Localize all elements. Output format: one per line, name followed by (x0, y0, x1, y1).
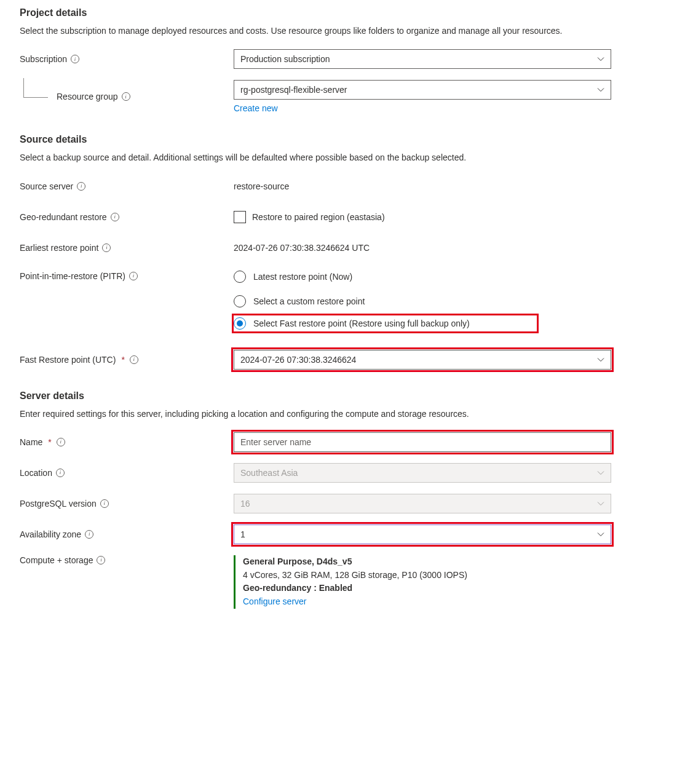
source-server-value: restore-source (234, 181, 289, 191)
resource-group-label: Resource group i (20, 92, 234, 101)
source-details-heading: Source details (20, 134, 657, 145)
resource-group-select[interactable]: rg-postgresql-flexible-server (234, 80, 611, 100)
chevron-down-icon (597, 357, 604, 362)
fast-restore-label: Fast Restore point (UTC) * i (20, 355, 234, 365)
server-details-heading: Server details (20, 390, 657, 402)
subscription-select[interactable]: Production subscription (234, 49, 611, 69)
chevron-down-icon (597, 470, 604, 475)
fast-restore-select[interactable]: 2024-07-26 07:30:38.3246624 (234, 350, 611, 370)
info-icon[interactable]: i (97, 556, 105, 564)
chevron-down-icon (597, 87, 604, 92)
pitr-option-fast[interactable]: Select Fast restore point (Restore using… (234, 315, 537, 331)
geo-redundant-checkbox[interactable] (234, 211, 246, 223)
location-label: Location i (20, 468, 234, 478)
info-icon[interactable]: i (71, 55, 79, 63)
chevron-down-icon (597, 501, 604, 506)
radio-icon (234, 295, 246, 307)
info-icon[interactable]: i (56, 469, 65, 477)
info-icon[interactable]: i (130, 355, 138, 364)
geo-redundant-checkbox-label: Restore to paired region (eastasia) (252, 212, 385, 222)
compute-geo: Geo-redundancy : Enabled (243, 582, 467, 595)
availability-zone-select[interactable]: 1 (234, 525, 611, 544)
source-server-label: Source server i (20, 181, 234, 191)
pg-version-select: 16 (234, 494, 611, 513)
info-icon[interactable]: i (77, 182, 85, 191)
location-select: Southeast Asia (234, 463, 611, 483)
info-icon[interactable]: i (57, 438, 65, 446)
info-icon[interactable]: i (85, 530, 93, 539)
compute-spec: 4 vCores, 32 GiB RAM, 128 GiB storage, P… (243, 569, 467, 582)
info-icon[interactable]: i (102, 244, 111, 252)
project-details-desc: Select the subscription to manage deploy… (20, 25, 610, 37)
pitr-option-custom[interactable]: Select a custom restore point (234, 293, 365, 309)
info-icon[interactable]: i (129, 272, 138, 280)
subscription-label: Subscription i (20, 54, 234, 64)
compute-storage-label: Compute + storage i (20, 555, 234, 565)
configure-server-link[interactable]: Configure server (243, 596, 307, 606)
source-details-desc: Select a backup source and detail. Addit… (20, 151, 610, 164)
tree-connector-icon (23, 78, 48, 98)
radio-icon (234, 317, 246, 330)
server-name-label: Name * i (20, 437, 234, 447)
earliest-restore-label: Earliest restore point i (20, 243, 234, 253)
chevron-down-icon (597, 57, 604, 61)
server-name-input[interactable] (234, 432, 611, 452)
info-icon[interactable]: i (100, 499, 109, 508)
geo-redundant-label: Geo-redundant restore i (20, 212, 234, 222)
project-details-heading: Project details (20, 7, 657, 18)
availability-zone-label: Availability zone i (20, 529, 234, 539)
pitr-label: Point-in-time-restore (PITR) i (20, 269, 234, 281)
info-icon[interactable]: i (111, 213, 119, 221)
server-details-desc: Enter required settings for this server,… (20, 408, 610, 420)
compute-storage-summary: General Purpose, D4ds_v5 4 vCores, 32 Gi… (234, 555, 467, 609)
radio-icon (234, 271, 246, 283)
earliest-restore-value: 2024-07-26 07:30:38.3246624 UTC (234, 243, 370, 253)
chevron-down-icon (597, 532, 604, 537)
pitr-option-latest[interactable]: Latest restore point (Now) (234, 269, 352, 285)
pg-version-label: PostgreSQL version i (20, 499, 234, 509)
compute-sku: General Purpose, D4ds_v5 (243, 555, 467, 569)
info-icon[interactable]: i (122, 92, 130, 101)
create-new-link[interactable]: Create new (234, 103, 278, 113)
